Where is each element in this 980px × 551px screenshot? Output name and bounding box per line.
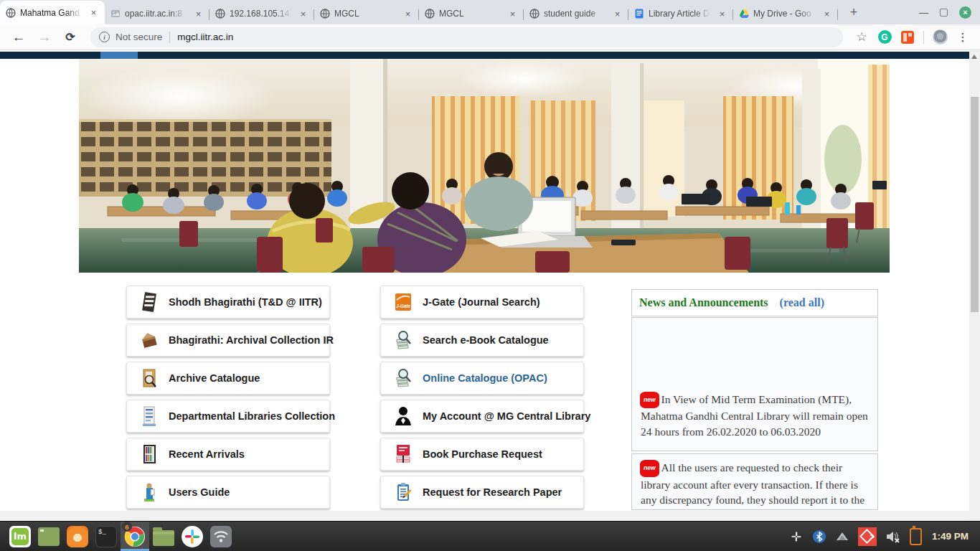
page-lower-background [0,511,969,521]
close-tab-icon[interactable]: × [611,8,623,20]
grammarly-g: G [878,30,892,44]
link-archive-catalogue[interactable]: Archive Catalogue [126,362,330,395]
divider [923,31,924,44]
news-item-1: newIn View of Mid Term Examination (MTE)… [631,317,878,451]
bluetooth-icon[interactable] [812,529,826,544]
bookshelf-icon [140,405,159,427]
url-text[interactable]: mgcl.iitr.ac.in [177,32,233,42]
tab-title: student guide [544,9,608,19]
slack-tray-icon[interactable] [789,529,804,544]
firefox-launcher[interactable] [63,522,92,551]
link-book-purchase-request[interactable]: Book Purchase Request [380,438,584,471]
close-tab-icon[interactable]: × [297,8,309,20]
forward-button[interactable]: → [34,27,55,47]
link-label: Departmental Libraries Collection [169,410,335,422]
tab-title: Mahatma Gand [20,8,84,18]
link-recent-arrivals[interactable]: Recent Arrivals [126,438,330,471]
tab-mgcl-1[interactable]: MGCL × [314,3,419,24]
new-tab-button[interactable]: + [844,2,864,22]
close-tab-icon[interactable]: × [821,8,833,20]
chrome-taskbar-button[interactable]: 6 [121,522,149,551]
reload-button[interactable]: ⟳ [60,27,80,47]
link-jgate[interactable]: J-Gate J-Gate (Journal Search) [380,286,584,319]
address-bar[interactable]: i Not secure mgcl.iitr.ac.in [90,27,843,47]
link-label: My Account @ MG Central Library [423,410,590,422]
browser-tab-strip: Mahatma Gand × opac.iitr.ac.in:8 × 192.1… [0,0,980,24]
site-nav-bar [0,52,980,59]
active-nav-item[interactable] [100,52,138,59]
show-desktop-button[interactable] [34,522,63,551]
read-all-link[interactable]: (read all) [780,296,824,309]
file-manager-launcher[interactable] [149,522,178,551]
scroll-up-arrow-icon[interactable] [971,55,977,59]
books-magnifier-icon [394,367,413,389]
tab-opac[interactable]: opac.iitr.ac.in:8 × [105,3,209,24]
link-my-account[interactable]: My Account @ MG Central Library [380,400,584,433]
grammarly-extension-icon[interactable]: G [875,28,894,47]
person-icon [394,405,413,427]
firefox-icon [67,526,88,547]
restore-button[interactable] [940,9,948,17]
tab-my-drive[interactable]: My Drive - Goo × [733,3,838,24]
wifi-signal-icon[interactable] [835,531,849,542]
globe-icon [529,8,540,19]
tab-title: 192.168.105.14 [230,9,293,19]
tab-mgcl-2[interactable]: MGCL × [419,3,524,24]
avatar [933,29,948,44]
link-request-research-paper[interactable]: Request for Research Paper [380,476,584,509]
close-tab-icon[interactable]: × [88,6,100,19]
scrollbar-thumb[interactable] [971,97,979,312]
slack-launcher[interactable] [178,522,207,551]
close-tab-icon[interactable]: × [402,8,414,20]
news-panel-header: News and Announcements (read all) [631,289,878,316]
bookmark-star-icon[interactable]: ☆ [852,28,871,47]
link-bhagirathi-archival[interactable]: Bhagirathi: Archival Collection IR [126,324,330,357]
svg-text:J-Gate: J-Gate [396,303,411,309]
battery-icon[interactable] [910,528,922,545]
close-tab-icon[interactable]: × [716,8,728,20]
close-tab-icon[interactable]: × [192,8,204,20]
grid-glyph [901,31,914,44]
window-icon [38,527,60,546]
mint-logo-icon: lm [9,526,31,547]
link-label: Archive Catalogue [169,372,260,384]
link-departmental-libraries[interactable]: Departmental Libraries Collection [126,400,330,433]
terminal-launcher[interactable]: $_ [92,522,121,551]
notification-badge: 6 [122,522,132,532]
desktop-taskbar: lm $_ 6 [0,521,980,551]
tab-ip-address[interactable]: 192.168.105.14 × [209,3,314,24]
chrome-menu-icon[interactable]: ⋮ [953,28,972,47]
link-online-catalogue-opac[interactable]: Online Catalogue (OPAC) [380,362,584,395]
tab-library-article[interactable]: Library Article D × [628,3,733,24]
close-window-button[interactable]: × [959,6,971,19]
info-icon[interactable]: i [99,32,110,42]
security-label[interactable]: Not secure [116,32,162,42]
browser-scrollbar[interactable] [969,50,980,521]
close-tab-icon[interactable]: × [507,8,519,20]
profile-avatar[interactable] [930,28,949,47]
system-tray: > 1:49 PM [789,527,974,546]
wifi-launcher-icon [210,526,232,547]
books-magnifier-icon [394,329,413,351]
taskbar-clock[interactable]: 1:49 PM [932,531,969,542]
link-ebook-catalogue[interactable]: Search e-Book Catalogue [380,324,584,357]
orange-extension-icon[interactable] [898,28,917,47]
mint-menu-button[interactable]: lm [6,522,34,551]
tab-student-guide[interactable]: student guide × [524,3,628,24]
link-users-guide[interactable]: Users Guide [126,476,330,509]
network-tool-launcher[interactable] [207,522,235,551]
archive-box-icon [140,329,159,351]
window-controls: — × [919,0,980,24]
guide-kiosk-icon [140,481,159,503]
jgate-logo-icon: J-Gate [394,291,413,313]
volume-muted-icon[interactable] [885,529,901,544]
link-shodh-bhagirathi[interactable]: Shodh Bhagirathi (T&D @ IITR) [126,286,330,319]
anydesk-icon[interactable]: > [858,527,877,546]
back-button[interactable]: ← [9,27,29,47]
news-item-text: In View of Mid Term Examination (MTE), M… [641,393,868,438]
link-label: Users Guide [169,486,230,498]
news-title: News and Announcements [639,296,768,309]
minimize-button[interactable]: — [919,8,928,17]
google-docs-icon [633,8,645,19]
tab-mahatma-gandhi[interactable]: Mahatma Gand × [0,1,105,24]
